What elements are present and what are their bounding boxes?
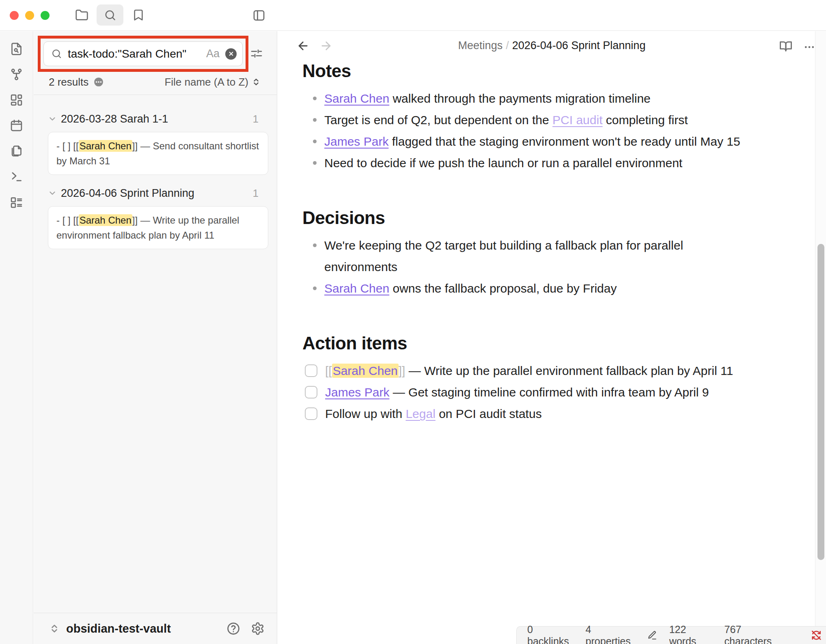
file-search-icon[interactable] [10, 42, 23, 56]
note-bullet: Sarah Chen walked through the payments m… [302, 88, 808, 109]
obsidian-window: Aa 2 results File name (A to Z) 2026-0 [0, 0, 826, 644]
chevron-down-icon [48, 189, 57, 198]
task-rest: — Write up the parallel environment fall… [405, 364, 733, 377]
task-item: James Park — Get staging timeline confir… [305, 381, 808, 403]
settings-button[interactable] [251, 622, 265, 635]
status-bar: 0 backlinks 4 properties 122 words 767 c… [516, 626, 826, 644]
internal-link[interactable]: Sarah Chen [324, 92, 389, 105]
book-open-icon [779, 39, 793, 53]
search-input-wrap: Aa [43, 41, 243, 66]
zoom-window-button[interactable] [41, 11, 50, 20]
calendar-icon[interactable] [10, 119, 23, 132]
title-bar [0, 0, 826, 31]
section-heading: Decisions [302, 208, 808, 228]
search-settings-button[interactable] [250, 47, 263, 60]
scrollbar-track[interactable] [815, 31, 826, 626]
gear-icon [251, 622, 265, 635]
close-window-button[interactable] [10, 11, 19, 20]
task-checkbox[interactable] [305, 364, 317, 377]
more-options-button[interactable] [803, 41, 815, 55]
backlinks-status[interactable]: 0 backlinks [527, 624, 574, 644]
list-todo-icon[interactable] [10, 196, 23, 209]
chevrons-up-down-icon [252, 78, 261, 86]
note-bullet: We're keeping the Q2 target but building… [302, 235, 741, 278]
bullet-text: completing first [602, 113, 688, 127]
note-bullet: Need to decide if we push the launch or … [302, 152, 808, 174]
bullet-text: Target is end of Q2, but dependent on th… [324, 113, 552, 127]
terminal-icon[interactable] [10, 170, 23, 183]
files-icon[interactable] [10, 144, 23, 158]
properties-status[interactable]: 4 properties [586, 624, 635, 644]
section-heading: Action items [302, 333, 808, 353]
graph-icon[interactable] [10, 68, 23, 81]
wikilink-bracket: ]] [399, 364, 405, 377]
internal-link[interactable]: James Park [324, 135, 388, 148]
search-toolbar-button[interactable] [97, 4, 123, 26]
note-content[interactable]: Notes Sarah Chen walked through the paym… [302, 61, 808, 424]
bullet-text: Need to decide if we push the launch or … [324, 156, 682, 170]
panel-left-icon[interactable] [252, 9, 266, 22]
task-rest: on PCI audit status [436, 407, 542, 420]
wikilink-bracket: [[ [325, 364, 332, 377]
result-group-header[interactable]: 2026-04-06 Sprint Planning 1 [48, 186, 268, 200]
pencil-icon[interactable] [647, 630, 657, 641]
sync-off-icon[interactable] [811, 629, 822, 642]
search-result-item[interactable]: - [ ] [[Sarah Chen]] — Send consultant s… [48, 132, 268, 175]
layout-dashboard-icon[interactable] [10, 93, 23, 107]
result-count-badge: 1 [253, 187, 259, 200]
help-button[interactable] [226, 622, 240, 635]
left-ribbon [0, 31, 33, 644]
word-count: 122 words [669, 624, 712, 644]
decisions-section: Decisions We're keeping the Q2 target bu… [302, 208, 808, 299]
character-count: 767 characters [725, 624, 786, 644]
minimize-window-button[interactable] [25, 11, 34, 20]
match-prefix: - [ ] [[ [56, 140, 79, 151]
internal-link[interactable]: Sarah Chen [324, 282, 389, 295]
breadcrumb-separator: / [503, 39, 512, 52]
vault-switcher[interactable]: obsidian-test-vault [34, 613, 277, 644]
task-text: [[Sarah Chen]] — Write up the parallel e… [325, 360, 733, 381]
chevrons-up-down-icon [49, 623, 60, 634]
sort-order-button[interactable]: File name (A to Z) [164, 76, 261, 88]
search-result-item[interactable]: - [ ] [[Sarah Chen]] — Write up the para… [48, 206, 268, 249]
breadcrumb-folder[interactable]: Meetings [458, 39, 503, 52]
bullet-text: flagged that the staging environment won… [388, 135, 740, 148]
search-panel: Aa 2 results File name (A to Z) 2026-0 [34, 31, 277, 644]
action-items-section: Action items [[Sarah Chen]] — Write up t… [302, 333, 808, 424]
results-count: 2 results [49, 76, 88, 88]
search-input[interactable] [68, 47, 204, 60]
breadcrumb: Meetings/2026-04-06 Sprint Planning [278, 39, 826, 52]
ellipsis-circle-icon[interactable] [93, 77, 104, 87]
folder-icon[interactable] [75, 9, 88, 22]
divider [34, 95, 277, 95]
result-count-badge: 1 [253, 113, 259, 125]
task-item: [[Sarah Chen]] — Write up the parallel e… [305, 360, 808, 381]
close-icon [228, 51, 234, 57]
sort-order-label: File name (A to Z) [164, 76, 248, 88]
match-case-toggle[interactable]: Aa [206, 47, 220, 60]
vault-name: obsidian-test-vault [66, 622, 226, 635]
task-text: Follow up with Legal on PCI audit status [325, 403, 542, 424]
clear-search-button[interactable] [225, 48, 237, 60]
search-results-list: 2026-03-28 Sarah 1-1 1 - [ ] [[Sarah Che… [48, 112, 268, 260]
bullet-text: owns the fallback proposal, due by Frida… [389, 282, 617, 295]
bookmark-icon[interactable] [132, 9, 145, 22]
notes-section: Notes Sarah Chen walked through the paym… [302, 61, 808, 174]
unresolved-link[interactable]: Legal [405, 407, 435, 420]
scrollbar-thumb[interactable] [817, 244, 824, 560]
task-checkbox[interactable] [305, 407, 317, 420]
breadcrumb-note-title[interactable]: 2026-04-06 Sprint Planning [512, 39, 646, 52]
bullet-text: We're keeping the Q2 target but building… [324, 239, 683, 274]
result-group-header[interactable]: 2026-03-28 Sarah 1-1 1 [48, 112, 268, 126]
help-circle-icon [226, 622, 240, 635]
note-bullet: Target is end of Q2, but dependent on th… [302, 109, 808, 131]
internal-link-highlighted[interactable]: Sarah Chen [332, 364, 399, 378]
task-rest: Follow up with [325, 407, 405, 420]
unresolved-link[interactable]: PCI audit [552, 113, 602, 127]
bullet-text: walked through the payments migration ti… [389, 92, 651, 105]
reading-mode-button[interactable] [779, 39, 793, 53]
editor-pane: 2026-04-06 Sprint Plan... Meetings/2026-… [278, 0, 826, 644]
internal-link[interactable]: James Park [325, 386, 389, 399]
note-bullet: Sarah Chen owns the fallback proposal, d… [302, 278, 741, 299]
task-checkbox[interactable] [305, 386, 317, 398]
